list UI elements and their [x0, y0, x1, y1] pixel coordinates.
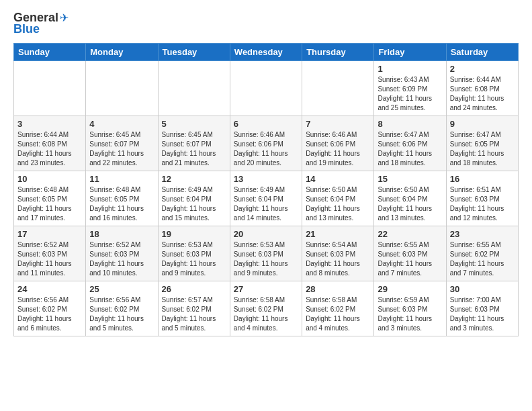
calendar-cell: 8Sunrise: 6:47 AM Sunset: 6:06 PM Daylig… — [374, 116, 446, 171]
day-info: Sunrise: 6:45 AM Sunset: 6:07 PM Dayligh… — [162, 130, 226, 168]
day-info: Sunrise: 6:55 AM Sunset: 6:03 PM Dayligh… — [378, 240, 442, 278]
day-info: Sunrise: 6:56 AM Sunset: 6:02 PM Dayligh… — [17, 295, 82, 333]
day-number: 5 — [162, 119, 226, 129]
day-info: Sunrise: 6:47 AM Sunset: 6:06 PM Dayligh… — [378, 130, 442, 168]
day-number: 2 — [450, 64, 515, 74]
day-info: Sunrise: 6:51 AM Sunset: 6:03 PM Dayligh… — [450, 185, 515, 223]
calendar-cell: 21Sunrise: 6:54 AM Sunset: 6:03 PM Dayli… — [302, 226, 374, 281]
calendar-cell: 1Sunrise: 6:43 AM Sunset: 6:09 PM Daylig… — [374, 61, 446, 116]
header: General ✈ Blue — [13, 11, 519, 36]
day-number: 17 — [17, 229, 82, 239]
logo: General ✈ Blue — [13, 11, 69, 36]
weekday-header: Tuesday — [158, 44, 230, 61]
day-number: 25 — [89, 284, 154, 294]
calendar-cell: 7Sunrise: 6:46 AM Sunset: 6:06 PM Daylig… — [302, 116, 374, 171]
day-info: Sunrise: 6:59 AM Sunset: 6:03 PM Dayligh… — [378, 295, 442, 333]
day-info: Sunrise: 6:49 AM Sunset: 6:04 PM Dayligh… — [162, 185, 226, 223]
calendar-cell — [86, 61, 158, 116]
day-number: 15 — [378, 174, 442, 184]
calendar-cell: 6Sunrise: 6:46 AM Sunset: 6:06 PM Daylig… — [230, 116, 302, 171]
day-number: 27 — [234, 284, 298, 294]
calendar-cell: 13Sunrise: 6:49 AM Sunset: 6:04 PM Dayli… — [230, 171, 302, 226]
day-number: 11 — [89, 174, 154, 184]
calendar-cell: 25Sunrise: 6:56 AM Sunset: 6:02 PM Dayli… — [86, 281, 158, 336]
day-number: 19 — [162, 229, 226, 239]
calendar-cell: 29Sunrise: 6:59 AM Sunset: 6:03 PM Dayli… — [374, 281, 446, 336]
day-number: 22 — [378, 229, 442, 239]
calendar-week-row: 1Sunrise: 6:43 AM Sunset: 6:09 PM Daylig… — [14, 61, 519, 116]
day-number: 14 — [306, 174, 370, 184]
day-info: Sunrise: 6:43 AM Sunset: 6:09 PM Dayligh… — [378, 75, 442, 113]
logo-blue-text: Blue — [13, 22, 40, 36]
day-number: 29 — [378, 284, 442, 294]
day-number: 26 — [162, 284, 226, 294]
calendar-cell: 30Sunrise: 7:00 AM Sunset: 6:03 PM Dayli… — [446, 281, 518, 336]
calendar-cell: 15Sunrise: 6:50 AM Sunset: 6:04 PM Dayli… — [374, 171, 446, 226]
calendar-cell: 3Sunrise: 6:44 AM Sunset: 6:08 PM Daylig… — [14, 116, 86, 171]
day-info: Sunrise: 6:54 AM Sunset: 6:03 PM Dayligh… — [306, 240, 370, 278]
day-info: Sunrise: 6:44 AM Sunset: 6:08 PM Dayligh… — [450, 75, 515, 113]
calendar-cell: 2Sunrise: 6:44 AM Sunset: 6:08 PM Daylig… — [446, 61, 518, 116]
weekday-header: Sunday — [14, 44, 86, 61]
page: General ✈ Blue SundayMondayTuesdayWednes… — [0, 0, 532, 343]
day-number: 13 — [234, 174, 298, 184]
calendar-cell: 16Sunrise: 6:51 AM Sunset: 6:03 PM Dayli… — [446, 171, 518, 226]
day-info: Sunrise: 6:49 AM Sunset: 6:04 PM Dayligh… — [234, 185, 298, 223]
calendar-cell: 24Sunrise: 6:56 AM Sunset: 6:02 PM Dayli… — [14, 281, 86, 336]
day-number: 4 — [89, 119, 154, 129]
calendar-week-row: 17Sunrise: 6:52 AM Sunset: 6:03 PM Dayli… — [14, 226, 519, 281]
day-info: Sunrise: 6:44 AM Sunset: 6:08 PM Dayligh… — [17, 130, 82, 168]
day-number: 12 — [162, 174, 226, 184]
calendar-cell: 22Sunrise: 6:55 AM Sunset: 6:03 PM Dayli… — [374, 226, 446, 281]
day-number: 9 — [450, 119, 515, 129]
day-info: Sunrise: 6:53 AM Sunset: 6:03 PM Dayligh… — [162, 240, 226, 278]
calendar-header: SundayMondayTuesdayWednesdayThursdayFrid… — [14, 44, 519, 61]
calendar-cell: 17Sunrise: 6:52 AM Sunset: 6:03 PM Dayli… — [14, 226, 86, 281]
calendar-cell: 11Sunrise: 6:48 AM Sunset: 6:05 PM Dayli… — [86, 171, 158, 226]
day-info: Sunrise: 6:46 AM Sunset: 6:06 PM Dayligh… — [306, 130, 370, 168]
calendar-cell — [302, 61, 374, 116]
logo-bird-icon: ✈ — [60, 11, 69, 24]
calendar-cell — [158, 61, 230, 116]
day-info: Sunrise: 6:58 AM Sunset: 6:02 PM Dayligh… — [306, 295, 370, 333]
calendar-cell: 26Sunrise: 6:57 AM Sunset: 6:02 PM Dayli… — [158, 281, 230, 336]
calendar-cell: 18Sunrise: 6:52 AM Sunset: 6:03 PM Dayli… — [86, 226, 158, 281]
calendar-table: SundayMondayTuesdayWednesdayThursdayFrid… — [13, 43, 519, 336]
day-info: Sunrise: 6:46 AM Sunset: 6:06 PM Dayligh… — [234, 130, 298, 168]
day-number: 8 — [378, 119, 442, 129]
day-number: 28 — [306, 284, 370, 294]
day-number: 18 — [89, 229, 154, 239]
day-info: Sunrise: 6:57 AM Sunset: 6:02 PM Dayligh… — [162, 295, 226, 333]
calendar-cell — [14, 61, 86, 116]
weekday-header: Saturday — [446, 44, 518, 61]
day-number: 3 — [17, 119, 82, 129]
calendar-cell: 5Sunrise: 6:45 AM Sunset: 6:07 PM Daylig… — [158, 116, 230, 171]
calendar-cell: 20Sunrise: 6:53 AM Sunset: 6:03 PM Dayli… — [230, 226, 302, 281]
calendar-cell: 12Sunrise: 6:49 AM Sunset: 6:04 PM Dayli… — [158, 171, 230, 226]
calendar-body: 1Sunrise: 6:43 AM Sunset: 6:09 PM Daylig… — [14, 61, 519, 336]
day-info: Sunrise: 6:53 AM Sunset: 6:03 PM Dayligh… — [234, 240, 298, 278]
day-number: 6 — [234, 119, 298, 129]
day-info: Sunrise: 6:50 AM Sunset: 6:04 PM Dayligh… — [306, 185, 370, 223]
calendar-cell — [230, 61, 302, 116]
weekday-row: SundayMondayTuesdayWednesdayThursdayFrid… — [14, 44, 519, 61]
weekday-header: Friday — [374, 44, 446, 61]
calendar-cell: 14Sunrise: 6:50 AM Sunset: 6:04 PM Dayli… — [302, 171, 374, 226]
day-info: Sunrise: 6:52 AM Sunset: 6:03 PM Dayligh… — [17, 240, 82, 278]
day-info: Sunrise: 6:47 AM Sunset: 6:05 PM Dayligh… — [450, 130, 515, 168]
day-info: Sunrise: 6:58 AM Sunset: 6:02 PM Dayligh… — [234, 295, 298, 333]
day-number: 16 — [450, 174, 515, 184]
day-number: 1 — [378, 64, 442, 74]
day-number: 10 — [17, 174, 82, 184]
calendar-cell: 23Sunrise: 6:55 AM Sunset: 6:02 PM Dayli… — [446, 226, 518, 281]
day-info: Sunrise: 6:55 AM Sunset: 6:02 PM Dayligh… — [450, 240, 515, 278]
day-info: Sunrise: 6:52 AM Sunset: 6:03 PM Dayligh… — [89, 240, 154, 278]
day-info: Sunrise: 6:45 AM Sunset: 6:07 PM Dayligh… — [89, 130, 154, 168]
calendar-cell: 28Sunrise: 6:58 AM Sunset: 6:02 PM Dayli… — [302, 281, 374, 336]
calendar-cell: 10Sunrise: 6:48 AM Sunset: 6:05 PM Dayli… — [14, 171, 86, 226]
day-number: 23 — [450, 229, 515, 239]
calendar-cell: 19Sunrise: 6:53 AM Sunset: 6:03 PM Dayli… — [158, 226, 230, 281]
calendar-week-row: 3Sunrise: 6:44 AM Sunset: 6:08 PM Daylig… — [14, 116, 519, 171]
day-info: Sunrise: 6:48 AM Sunset: 6:05 PM Dayligh… — [17, 185, 82, 223]
calendar-cell: 4Sunrise: 6:45 AM Sunset: 6:07 PM Daylig… — [86, 116, 158, 171]
